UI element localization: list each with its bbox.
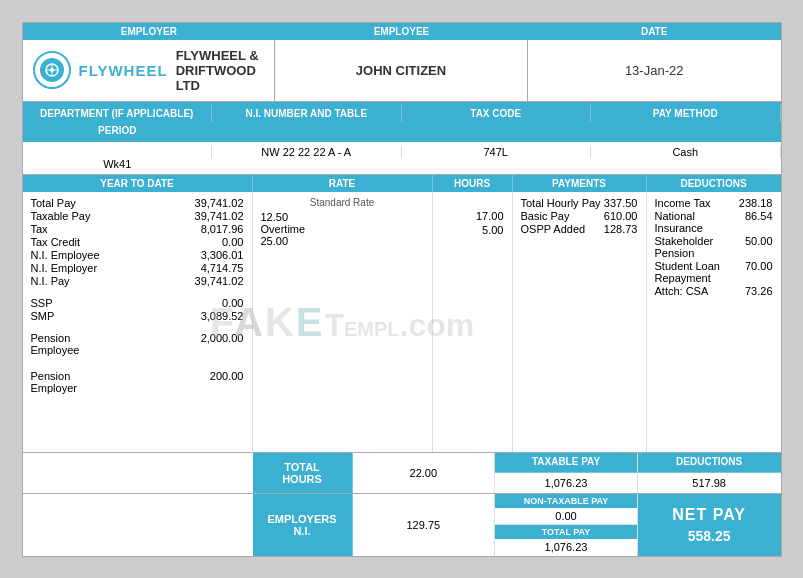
- rate-12-50: 12.50: [261, 211, 424, 223]
- deduction-ni-value: 86.54: [745, 210, 773, 234]
- hours-column: 17.00 5.00: [433, 192, 513, 452]
- total-pay-label: TOTAL PAY: [495, 525, 637, 539]
- ytd-ni-pay-value: 39,741.02: [195, 275, 244, 287]
- ytd-pension-employee: PensionEmployee 2,000.00: [31, 332, 244, 356]
- section-headers: YEAR TO DATE RATE HOURS PAYMENTS DEDUCTI…: [23, 175, 781, 192]
- deduction-income-tax-label: Income Tax: [655, 197, 711, 209]
- ytd-ssp: SSP 0.00: [31, 297, 244, 309]
- employers-ni-label-text: EMPLOYERS N.I.: [267, 513, 336, 537]
- ytd-pension-employee-label: PensionEmployee: [31, 332, 80, 356]
- payment-total-hourly-label: Total Hourly Pay: [521, 197, 601, 209]
- deduction-stakeholder-label: Stakeholder Pension: [655, 235, 745, 259]
- ytd-tax-credit-label: Tax Credit: [31, 236, 81, 248]
- hours-17: 17.00: [441, 210, 504, 222]
- deductions-footer-section: DEDUCTIONS 517.98: [638, 453, 781, 493]
- rate-column: Standard Rate 12.50 Overtime 25.00 FAKET…: [253, 192, 433, 452]
- deduction-csa-label: Attch: CSA: [655, 285, 709, 297]
- tax-code-label: TAX CODE: [402, 105, 592, 122]
- pay-method-value: Cash: [591, 146, 781, 158]
- ni-label: N.I. NUMBER AND TABLE: [212, 105, 402, 122]
- flywheel-text: FLYWHEEL: [79, 62, 168, 79]
- logo-inner: [40, 58, 64, 82]
- ytd-tax-value: 8,017.96: [201, 223, 244, 235]
- rate-overtime-label: Overtime: [261, 223, 424, 235]
- deductions-footer-label: DEDUCTIONS: [638, 453, 781, 473]
- taxable-pay-value: 1,076.23: [495, 473, 637, 493]
- employer-company-name: FLYWHEEL & DRIFTWOOD LTD: [176, 48, 265, 93]
- ytd-smp-value: 3,089.52: [201, 310, 244, 322]
- ytd-total-pay: Total Pay 39,741.02: [31, 197, 244, 209]
- ytd-pension-employer: PensionEmployer 200.00: [31, 370, 244, 394]
- non-taxable-value: 0.00: [495, 508, 637, 524]
- total-pay-section: TOTAL PAY 1,076.23: [495, 525, 637, 556]
- date-header-label: DATE: [528, 26, 781, 37]
- ytd-total-pay-label: Total Pay: [31, 197, 76, 209]
- period-label: PERIOD: [23, 122, 213, 139]
- ytd-ni-employee-value: 3,306.01: [201, 249, 244, 261]
- ytd-taxable-pay-label: Taxable Pay: [31, 210, 91, 222]
- payment-ospp-value: 128.73: [604, 223, 638, 235]
- main-body: Total Pay 39,741.02 Taxable Pay 39,741.0…: [23, 192, 781, 452]
- ytd-ni-employer: N.I. Employer 4,714.75: [31, 262, 244, 274]
- deductions-footer-value: 517.98: [638, 473, 781, 493]
- rate-25-00: 25.00: [261, 235, 424, 247]
- deductions-col-header: DEDUCTIONS: [647, 175, 781, 192]
- total-hours-label: TOTAL HOURS: [253, 453, 353, 493]
- hours-5: 5.00: [441, 224, 504, 236]
- taxable-pay-label: TAXABLE PAY: [495, 453, 637, 473]
- deduction-student-loan: Student Loan Repayment 70.00: [655, 260, 773, 284]
- deduction-ni: National Insurance 86.54: [655, 210, 773, 234]
- ytd-taxable-pay: Taxable Pay 39,741.02: [31, 210, 244, 222]
- deduction-csa: Attch: CSA 73.26: [655, 285, 773, 297]
- employee-name: JOHN CITIZEN: [275, 40, 528, 101]
- payslip-date: 13-Jan-22: [528, 40, 781, 101]
- flywheel-brand: FLYWHEEL: [79, 62, 168, 79]
- deduction-income-tax-value: 238.18: [739, 197, 773, 209]
- ytd-pension-employer-value: 200.00: [210, 370, 244, 394]
- payment-total-hourly: Total Hourly Pay 337.50: [521, 197, 638, 209]
- ytd-ni-pay-label: N.I. Pay: [31, 275, 70, 287]
- employer-logo-section: FLYWHEEL FLYWHEEL & DRIFTWOOD LTD: [23, 40, 276, 101]
- footer-empty-1: [23, 453, 253, 493]
- ytd-tax-label: Tax: [31, 223, 48, 235]
- non-taxable-total-section: NON-TAXABLE PAY 0.00 TOTAL PAY 1,076.23: [495, 494, 638, 556]
- ytd-tax-credit-value: 0.00: [222, 236, 243, 248]
- ytd-tax: Tax 8,017.96: [31, 223, 244, 235]
- footer-row-2: EMPLOYERS N.I. 129.75 NON-TAXABLE PAY 0.…: [23, 493, 781, 556]
- ytd-ssp-label: SSP: [31, 297, 53, 309]
- deduction-ni-label: National Insurance: [655, 210, 745, 234]
- deduction-student-loan-label: Student Loan Repayment: [655, 260, 745, 284]
- logo-circle: [33, 51, 71, 89]
- total-pay-value: 1,076.23: [495, 539, 637, 555]
- ytd-pension-employee-value: 2,000.00: [201, 332, 244, 356]
- ytd-smp: SMP 3,089.52: [31, 310, 244, 322]
- employers-ni-value: 129.75: [353, 494, 496, 556]
- hours-col-header: HOURS: [433, 175, 513, 192]
- deductions-column: Income Tax 238.18 National Insurance 86.…: [647, 192, 781, 452]
- footer-empty-2: [23, 494, 253, 556]
- employer-header-label: EMPLOYER: [23, 26, 276, 37]
- footer-row-1: TOTAL HOURS 22.00 TAXABLE PAY 1,076.23 D…: [23, 452, 781, 493]
- payment-basic-pay: Basic Pay 610.00: [521, 210, 638, 222]
- non-taxable-label: NON-TAXABLE PAY: [495, 494, 637, 508]
- payments-col-header: PAYMENTS: [513, 175, 647, 192]
- ytd-smp-label: SMP: [31, 310, 55, 322]
- flywheel-icon: [44, 62, 60, 78]
- non-taxable-section: NON-TAXABLE PAY 0.00: [495, 494, 637, 525]
- ytd-ni-pay: N.I. Pay 39,741.02: [31, 275, 244, 287]
- deduction-student-loan-value: 70.00: [745, 260, 773, 284]
- net-pay-value: 558.25: [688, 528, 731, 544]
- ytd-ni-employer-label: N.I. Employer: [31, 262, 98, 274]
- ytd-total-pay-value: 39,741.02: [195, 197, 244, 209]
- info-labels-row: DEPARTMENT (IF APPLICABLE) N.I. NUMBER A…: [23, 102, 781, 142]
- net-pay-label: NET PAY: [672, 506, 746, 524]
- ytd-ni-employer-value: 4,714.75: [201, 262, 244, 274]
- ytd-tax-credit: Tax Credit 0.00: [31, 236, 244, 248]
- ytd-pension-section: PensionEmployee 2,000.00 PensionEmployer…: [31, 332, 244, 394]
- ytd-col-header: YEAR TO DATE: [23, 175, 253, 192]
- rate-col-header: RATE: [253, 175, 433, 192]
- pay-method-label: PAY METHOD: [591, 105, 781, 122]
- payment-basic-pay-value: 610.00: [604, 210, 638, 222]
- deduction-income-tax: Income Tax 238.18: [655, 197, 773, 209]
- ytd-ssp-value: 0.00: [222, 297, 243, 309]
